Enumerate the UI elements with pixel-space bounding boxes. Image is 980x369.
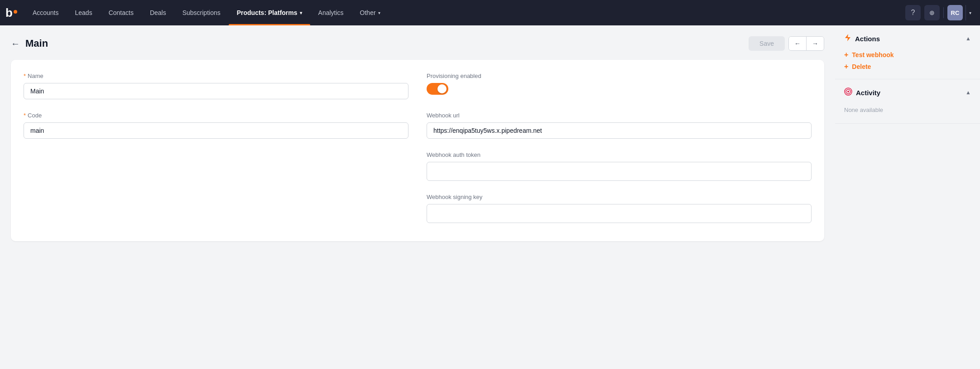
none-available-text: None available (844, 103, 971, 117)
next-button[interactable]: → (807, 37, 824, 50)
form-spacer-2 (24, 194, 408, 223)
name-required-marker: * (24, 73, 26, 79)
name-input[interactable] (24, 83, 408, 99)
nav-right: ? ⊕ RC ▾ (905, 5, 975, 20)
nav-item-subscriptions[interactable]: Subscriptions (174, 0, 229, 25)
help-icon: ? (911, 9, 915, 17)
other-dropdown-arrow-icon: ▾ (378, 10, 380, 15)
test-webhook-link[interactable]: + Test webhook (844, 49, 971, 61)
form-card: *Name Provisioning enabled (11, 60, 824, 241)
page-header: ← Main Save ← → (11, 36, 824, 51)
nav-item-accounts[interactable]: Accounts (24, 0, 67, 25)
provisioning-toggle[interactable] (427, 83, 448, 95)
form-spacer (24, 151, 408, 181)
prev-button[interactable]: ← (789, 37, 807, 50)
activity-title: Activity (844, 87, 880, 97)
name-field-group: *Name (24, 73, 408, 99)
actions-title: Actions (844, 34, 880, 44)
activity-section-header: Activity ▲ (844, 87, 971, 97)
webhook-signing-key-input[interactable] (427, 204, 812, 223)
nav-arrows: ← → (788, 36, 824, 51)
actions-section: Actions ▲ + Test webhook + Delete (835, 25, 980, 79)
name-label: *Name (24, 73, 408, 79)
form-grid: *Name Provisioning enabled (24, 73, 812, 223)
webhook-url-field-group: Webhook url (427, 112, 812, 139)
code-required-marker: * (24, 112, 26, 119)
logo[interactable]: b (5, 7, 17, 19)
logo-letter: b (5, 7, 13, 19)
back-arrow-icon: ← (11, 39, 20, 49)
avatar-dropdown-button[interactable]: ▾ (966, 5, 975, 20)
nav-divider (943, 7, 944, 18)
right-sidebar: Actions ▲ + Test webhook + Delete Activi… (835, 25, 980, 369)
header-actions: Save ← → (749, 36, 824, 51)
prev-arrow-icon: ← (794, 40, 801, 47)
navbar: b Accounts Leads Contacts Deals Subscrip… (0, 0, 980, 25)
webhook-url-label: Webhook url (427, 112, 812, 119)
avatar-button[interactable]: RC (947, 5, 963, 20)
nav-items: Accounts Leads Contacts Deals Subscripti… (24, 0, 905, 25)
help-button[interactable]: ? (905, 5, 921, 20)
nav-item-products-platforms[interactable]: Products: Platforms ▾ (229, 0, 310, 25)
nav-item-leads[interactable]: Leads (67, 0, 100, 25)
logo-dot (14, 10, 17, 14)
delete-plus-icon: + (844, 63, 848, 70)
wechat-icon: ⊕ (929, 9, 935, 16)
activity-target-icon (844, 87, 852, 97)
wechat-button[interactable]: ⊕ (924, 5, 940, 20)
webhook-signing-key-field-group: Webhook signing key (427, 194, 812, 223)
code-input[interactable] (24, 122, 408, 139)
nav-item-contacts[interactable]: Contacts (101, 0, 142, 25)
chevron-down-icon: ▾ (969, 10, 971, 15)
provisioning-field-group: Provisioning enabled (427, 73, 812, 99)
page-title: Main (25, 38, 749, 49)
save-button[interactable]: Save (749, 36, 785, 51)
actions-collapse-button[interactable]: ▲ (966, 35, 971, 42)
page-layout: ← Main Save ← → (0, 25, 980, 369)
actions-section-header: Actions ▲ (844, 34, 971, 44)
webhook-auth-token-field-group: Webhook auth token (427, 151, 812, 181)
provisioning-toggle-wrapper (427, 83, 812, 95)
nav-item-other[interactable]: Other ▾ (352, 0, 389, 25)
next-arrow-icon: → (812, 40, 818, 47)
provisioning-label: Provisioning enabled (427, 73, 812, 79)
actions-lightning-icon (844, 34, 851, 44)
webhook-auth-token-input[interactable] (427, 162, 812, 181)
activity-collapse-button[interactable]: ▲ (966, 89, 971, 96)
webhook-signing-key-label: Webhook signing key (427, 194, 812, 200)
nav-item-analytics[interactable]: Analytics (310, 0, 352, 25)
delete-link[interactable]: + Delete (844, 61, 971, 73)
toggle-thumb (437, 84, 447, 93)
main-content: ← Main Save ← → (0, 25, 835, 369)
webhook-url-input[interactable] (427, 122, 812, 139)
code-label: *Code (24, 112, 408, 119)
activity-section: Activity ▲ None available (835, 79, 980, 124)
test-webhook-plus-icon: + (844, 51, 848, 58)
webhook-auth-token-label: Webhook auth token (427, 151, 812, 158)
back-button[interactable]: ← (11, 39, 20, 49)
products-dropdown-arrow-icon: ▾ (300, 10, 302, 15)
code-field-group: *Code (24, 112, 408, 139)
nav-item-deals[interactable]: Deals (142, 0, 174, 25)
svg-point-2 (847, 91, 849, 92)
